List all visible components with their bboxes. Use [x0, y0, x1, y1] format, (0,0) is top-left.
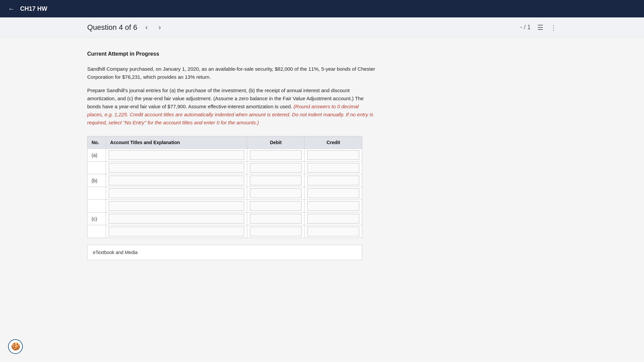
account-input-b3[interactable] — [109, 201, 244, 211]
cookie-button[interactable]: 🍪 — [8, 339, 23, 354]
table-row — [88, 200, 362, 213]
question-text-1: Sandhill Company purchased, on January 1… — [87, 65, 376, 81]
account-cell-c1[interactable] — [106, 213, 247, 225]
account-input-a2[interactable] — [109, 163, 244, 173]
main-content: Current Attempt in Progress Sandhill Com… — [0, 38, 644, 274]
debit-cell-c2[interactable] — [247, 225, 305, 238]
next-question-button[interactable]: › — [156, 22, 164, 33]
journal-table: No. Account Titles and Explanation Debit… — [87, 136, 362, 238]
row-label-empty3 — [88, 200, 106, 213]
credit-cell-c1[interactable] — [305, 213, 362, 225]
debit-cell-a1[interactable] — [247, 149, 305, 162]
account-cell-b1[interactable] — [106, 174, 247, 187]
etextbook-label: eTextbook and Media — [93, 250, 138, 255]
row-label-b: (b) — [88, 174, 106, 187]
debit-cell-a2[interactable] — [247, 162, 305, 174]
account-cell-a2[interactable] — [106, 162, 247, 174]
page-count: - / 1 — [520, 24, 531, 31]
debit-input-b3[interactable] — [250, 201, 302, 211]
table-row — [88, 225, 362, 238]
cookie-icon: 🍪 — [11, 342, 20, 351]
instructions: Prepare Sandhill's journal entries for (… — [87, 86, 376, 127]
account-cell-a1[interactable] — [106, 149, 247, 162]
credit-input-c2[interactable] — [307, 227, 359, 236]
account-cell-c2[interactable] — [106, 225, 247, 238]
row-label-empty2 — [88, 187, 106, 200]
credit-input-b2[interactable] — [307, 188, 359, 198]
credit-input-b1[interactable] — [307, 176, 359, 185]
question-bar: Question 4 of 6 ‹ › - / 1 ☰ ⋮ — [0, 17, 644, 38]
list-icon-button[interactable]: ☰ — [537, 23, 543, 32]
col-header-account: Account Titles and Explanation — [106, 136, 247, 149]
table-row: (b) — [88, 174, 362, 187]
account-input-b2[interactable] — [109, 188, 244, 198]
table-header-row: No. Account Titles and Explanation Debit… — [88, 136, 362, 149]
debit-input-c1[interactable] — [250, 214, 302, 224]
more-options-button[interactable]: ⋮ — [550, 23, 557, 32]
question-bar-right: - / 1 ☰ ⋮ — [520, 23, 557, 32]
account-input-c1[interactable] — [109, 214, 244, 224]
etextbook-bar: eTextbook and Media — [87, 245, 362, 260]
prev-question-button[interactable]: ‹ — [143, 22, 150, 33]
credit-input-c1[interactable] — [307, 214, 359, 224]
credit-input-a2[interactable] — [307, 163, 359, 173]
account-input-a1[interactable] — [109, 150, 244, 160]
col-header-no: No. — [88, 136, 106, 149]
question-label: Question 4 of 6 — [87, 23, 137, 32]
row-label-empty1 — [88, 162, 106, 174]
table-row: (a) — [88, 149, 362, 162]
row-label-empty4 — [88, 225, 106, 238]
col-header-credit: Credit — [305, 136, 362, 149]
account-cell-b2[interactable] — [106, 187, 247, 200]
credit-cell-c2[interactable] — [305, 225, 362, 238]
credit-cell-b2[interactable] — [305, 187, 362, 200]
back-icon[interactable]: ← — [8, 5, 15, 13]
credit-cell-b3[interactable] — [305, 200, 362, 213]
col-header-debit: Debit — [247, 136, 305, 149]
debit-input-a2[interactable] — [250, 163, 302, 173]
top-bar: ← CH17 HW — [0, 0, 644, 17]
debit-cell-b1[interactable] — [247, 174, 305, 187]
table-row — [88, 162, 362, 174]
credit-cell-a2[interactable] — [305, 162, 362, 174]
row-label-a: (a) — [88, 149, 106, 162]
debit-cell-b3[interactable] — [247, 200, 305, 213]
question-nav: Question 4 of 6 ‹ › — [87, 22, 164, 33]
account-input-c2[interactable] — [109, 227, 244, 236]
row-label-c: (c) — [88, 213, 106, 225]
course-title: CH17 HW — [20, 5, 47, 12]
credit-input-b3[interactable] — [307, 201, 359, 211]
debit-input-b1[interactable] — [250, 176, 302, 185]
credit-cell-b1[interactable] — [305, 174, 362, 187]
debit-cell-b2[interactable] — [247, 187, 305, 200]
account-cell-b3[interactable] — [106, 200, 247, 213]
debit-input-c2[interactable] — [250, 227, 302, 236]
credit-input-a1[interactable] — [307, 150, 359, 160]
attempt-label: Current Attempt in Progress — [87, 51, 557, 57]
credit-cell-a1[interactable] — [305, 149, 362, 162]
debit-input-a1[interactable] — [250, 150, 302, 160]
table-row: (c) — [88, 213, 362, 225]
debit-input-b2[interactable] — [250, 188, 302, 198]
account-input-b1[interactable] — [109, 176, 244, 185]
debit-cell-c1[interactable] — [247, 213, 305, 225]
table-row — [88, 187, 362, 200]
